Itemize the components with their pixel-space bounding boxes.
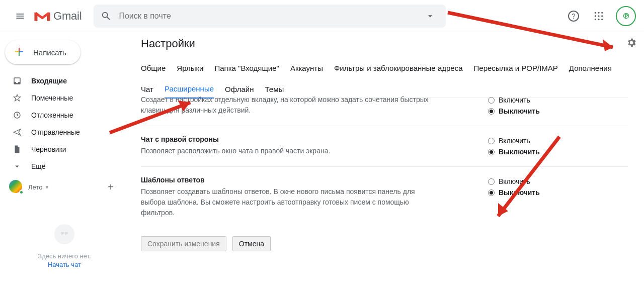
sidebar-item-label: Отправленные (31, 128, 80, 136)
sidebar-item-more[interactable]: Ещё (0, 158, 129, 175)
sidebar-item-drafts[interactable]: Черновики (0, 141, 129, 158)
option-disable-label: Выключить (499, 188, 540, 197)
svg-text:℗: ℗ (622, 12, 630, 20)
tab-addons[interactable]: Дополнения (569, 58, 612, 77)
presence-indicator-icon (19, 190, 24, 195)
svg-point-5 (601, 12, 603, 13)
option-enable-label: Включить (499, 96, 530, 104)
svg-rect-15 (15, 51, 19, 52)
svg-point-3 (595, 12, 596, 13)
setting-body: Позволяет расположить окно чата в правой… (141, 146, 433, 156)
tab-forwarding[interactable]: Пересылка и POP/IMAP (474, 58, 558, 77)
radio-icon (488, 138, 495, 144)
svg-point-4 (598, 12, 599, 13)
avatar-p-icon: ℗ (620, 11, 631, 22)
hangouts-user-row[interactable]: Лето ▼ + (0, 175, 129, 194)
svg-text:?: ? (572, 12, 576, 20)
apps-grid-icon (594, 11, 604, 21)
option-enable-label: Включить (499, 137, 530, 145)
sidebar-item-label: Входящие (31, 77, 67, 85)
chevron-down-icon (12, 162, 22, 171)
quote-icon (54, 224, 74, 244)
search-input[interactable] (119, 12, 419, 21)
settings-tabs-row1: Общие Ярлыки Папка "Входящие" Аккаунты Ф… (141, 58, 628, 77)
tab-filters[interactable]: Фильтры и заблокированные адреса (334, 58, 463, 77)
option-disable-label: Выключить (499, 148, 540, 156)
chevron-down-icon[interactable]: ▼ (44, 184, 49, 190)
sidebar-item-sent[interactable]: Отправленные (0, 124, 129, 141)
svg-point-9 (595, 19, 596, 20)
option-enable[interactable]: Включить (488, 94, 540, 106)
svg-point-10 (598, 19, 599, 20)
chevron-down-icon (425, 11, 435, 21)
sidebar-item-label: Ещё (31, 162, 46, 170)
sidebar-item-label: Черновики (31, 145, 66, 153)
setting-title: Чат с правой стороны (141, 134, 433, 145)
svg-point-6 (595, 15, 596, 17)
header-right-actions: ? ℗ (564, 6, 636, 26)
tab-inbox[interactable]: Папка "Входящие" (214, 58, 279, 77)
tab-general[interactable]: Общие (141, 58, 166, 77)
radio-icon (488, 178, 495, 185)
google-apps-button[interactable] (589, 6, 609, 26)
folder-nav: Входящие Помеченные Отложенные Отправлен… (0, 72, 129, 175)
sidebar-item-label: Отложенные (31, 111, 73, 119)
help-button[interactable]: ? (564, 6, 584, 26)
search-options-dropdown[interactable] (419, 5, 442, 28)
svg-rect-14 (19, 48, 20, 51)
sidebar-item-starred[interactable]: Помеченные (0, 89, 129, 107)
radio-icon (488, 108, 495, 115)
setting-row-keyboard-shortcuts: Создает в настройках отдельную вкладку, … (141, 93, 628, 126)
radio-icon (488, 189, 495, 196)
page-title: Настройки (141, 37, 628, 50)
save-cancel-bar: Сохранить изменения Отмена (141, 236, 628, 251)
setting-row-canned-responses: Шаблоны ответов Позволяет создавать шабл… (141, 167, 628, 227)
search-bar[interactable] (94, 5, 446, 28)
tab-accounts[interactable]: Аккаунты (290, 58, 323, 77)
svg-rect-16 (20, 51, 23, 52)
svg-point-8 (601, 15, 603, 17)
option-disable[interactable]: Выключить (488, 106, 540, 117)
brand-text: Gmail (53, 10, 82, 23)
option-disable-label: Выключить (499, 107, 540, 115)
option-disable[interactable]: Выключить (488, 146, 540, 157)
sidebar-item-label: Помеченные (31, 94, 73, 102)
compose-button[interactable]: Написать (5, 40, 80, 64)
option-enable[interactable]: Включить (488, 135, 540, 146)
radio-icon (488, 97, 495, 104)
compose-label: Написать (33, 48, 66, 57)
gmail-m-icon (34, 10, 50, 22)
gmail-logo[interactable]: Gmail (34, 10, 82, 23)
cancel-button[interactable]: Отмена (232, 236, 271, 251)
hangouts-username: Лето (28, 183, 42, 191)
plus-icon (13, 46, 25, 59)
account-avatar[interactable]: ℗ (616, 6, 636, 26)
new-chat-button[interactable]: + (108, 181, 121, 193)
sidebar-item-inbox[interactable]: Входящие (0, 72, 129, 89)
setting-body: Позволяет создавать шаблоны ответов. В о… (141, 186, 433, 218)
option-enable-label: Включить (499, 177, 530, 185)
settings-list: Создает в настройках отдельную вкладку, … (141, 93, 628, 251)
save-button[interactable]: Сохранить изменения (141, 236, 226, 251)
clock-icon (12, 111, 22, 120)
hamburger-icon (15, 11, 25, 21)
svg-point-7 (598, 15, 599, 17)
sidebar-item-snoozed[interactable]: Отложенные (0, 107, 129, 124)
gear-icon (626, 37, 637, 48)
radio-icon (488, 149, 495, 155)
menu-button[interactable] (8, 4, 32, 28)
hangouts-empty-area: Здесь ничего нет. Начать чат (0, 224, 129, 268)
settings-gear-button[interactable] (626, 37, 637, 50)
app-header: Gmail ? ℗ (0, 0, 644, 32)
star-icon (12, 93, 22, 103)
start-chat-link[interactable]: Начать чат (0, 261, 129, 268)
setting-body: Создает в настройках отдельную вкладку, … (141, 94, 433, 116)
tab-labels[interactable]: Ярлыки (177, 58, 203, 77)
hangouts-avatar (9, 180, 23, 194)
svg-point-11 (601, 19, 603, 20)
option-enable[interactable]: Включить (488, 176, 540, 187)
inbox-icon (12, 76, 22, 85)
help-icon: ? (568, 10, 580, 22)
option-disable[interactable]: Выключить (488, 187, 540, 198)
send-icon (12, 128, 22, 137)
